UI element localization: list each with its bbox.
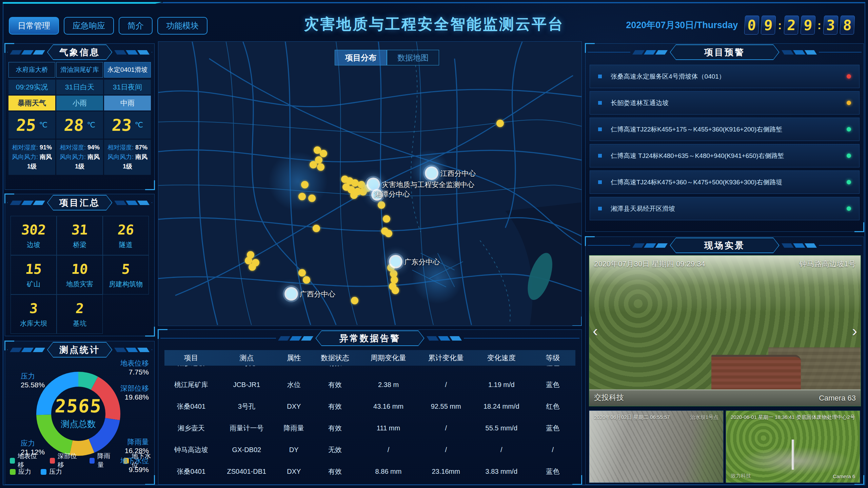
legend-item[interactable]: 降雨量 [90, 452, 114, 469]
alerts-table-body[interactable]: 湘乡边坡5号孔 DXY有效 10.12 mm15.47 5.46 mm/d橙色 … [164, 366, 575, 482]
small-camera-view-1[interactable]: 2020年06月02日 星期二 06:55:57 治水坝1号点 [589, 410, 724, 483]
legend-item[interactable]: 深部位移 [50, 452, 80, 469]
status-dot-icon [847, 180, 851, 184]
map-tab-project-distribution[interactable]: 项目分布 [335, 50, 387, 65]
center-marker-guangdong[interactable]: 广东分中心 [391, 257, 401, 267]
project-dot[interactable] [308, 195, 316, 202]
clock-digit: 0 [744, 16, 760, 35]
summary-item-building: 5房建构筑物 [103, 255, 149, 294]
project-warnings-panel: 项目预警 张桑高速永定服务区4号滑坡体（0401） 长韶娄道林互通边坡 仁博高速… [585, 43, 864, 232]
project-dot[interactable] [392, 287, 399, 294]
small-camera-view-2[interactable]: 2020-06-01 星期一 18:36:41 娄底固体废物处理中心2号 致力科… [726, 410, 860, 483]
monitoring-pole-shape [792, 440, 794, 470]
warning-list-item[interactable]: 仁博高速 TJ24标K480+635～K480+940(K941+650)右侧路… [590, 144, 860, 167]
table-row[interactable]: 桃江尾矿库JCB-JR1 水位有效 2.38 m/ 1.19 m/d蓝色 [164, 374, 575, 395]
warning-list-item[interactable]: 湘潭县天易经开区滑坡 [590, 197, 860, 220]
warning-list-item[interactable]: 长韶娄道林互通边坡 [590, 91, 860, 115]
map-tab-data-map[interactable]: 数据地图 [387, 50, 439, 65]
weather-tab-yongding0401[interactable]: 永定0401滑坡 [104, 62, 151, 78]
bullet-icon [598, 180, 602, 184]
warnings-panel-title: 项目预警 [670, 45, 778, 59]
weather-col-now: 09:29实况 暴雨天气 25℃ 相对湿度: 91% 风向风力: 南风1级 [8, 80, 55, 175]
project-dot[interactable] [378, 201, 385, 209]
camera-name: 治水坝1号点 [690, 414, 718, 421]
project-dot[interactable] [301, 181, 309, 188]
status-dot-icon [847, 101, 851, 105]
table-row[interactable]: 湘乡壶天雨量计一号 降雨量有效 111 mm/ 55.5 mm/d蓝色 [164, 417, 575, 439]
warning-list-item[interactable]: 仁博高速TJ24标K475+360～K475+500(K936+300)右侧路堤 [590, 170, 860, 194]
bullet-icon [598, 127, 602, 131]
center-marker-hq[interactable]: 灾害地质与工程安全监测中心 湘潭分中心 [368, 179, 378, 189]
project-dot[interactable] [313, 225, 320, 232]
main-camera-view[interactable]: 2020年07月30日 星期四 09:29:34 钟马路高边坡1号 交投科技 C… [589, 255, 861, 406]
bullet-icon [598, 101, 602, 105]
donut-center-total: 2565 测点总数 [27, 395, 129, 430]
weather-time-label: 31日白天 [56, 80, 103, 95]
summary-item-tunnel: 26隧道 [103, 216, 149, 255]
project-summary-title: 项目汇总 [48, 196, 112, 210]
project-dot[interactable] [383, 215, 390, 223]
clock-digit: 9 [800, 16, 815, 35]
project-dot[interactable] [298, 193, 306, 200]
weather-temperature: 23℃ [104, 111, 151, 139]
weather-station-tabs: 水府庙大桥 滑油洞尾矿库 永定0401滑坡 [8, 62, 151, 78]
table-row[interactable]: 钟马高边坡GX-DB02 DY无效 // // [164, 439, 575, 461]
alerts-table-header: 项目测点 属性数据状态 周期变化量累计变化量 变化速度等级 [164, 350, 575, 366]
carousel-next-icon[interactable]: › [852, 322, 857, 340]
project-dot[interactable] [320, 150, 327, 157]
center-dot-icon [391, 257, 401, 267]
project-summary-grid: 302边坡 31桥梁 26隧道 15矿山 10地质灾害 5房建构筑物 3水库大坝… [11, 216, 149, 334]
project-dot[interactable] [350, 191, 358, 199]
weather-condition: 暴雨天气 [8, 96, 55, 110]
table-row[interactable]: 张桑04013号孔 DXY有效 43.16 mm92.55 mm 18.24 m… [164, 395, 575, 417]
weather-tab-huayoudong[interactable]: 滑油洞尾矿库 [56, 62, 103, 78]
weather-col-tomorrow-night: 31日夜间 中雨 23℃ 相对湿度: 87% 风向风力: 南风1级 [104, 80, 151, 175]
weather-humidity-wind: 相对湿度: 94% 风向风力: 南风1级 [56, 140, 103, 175]
alerts-panel-title: 异常数据告警 [316, 331, 423, 345]
carousel-prev-icon[interactable]: ‹ [593, 322, 598, 340]
project-dot[interactable] [310, 161, 317, 168]
project-dot[interactable] [303, 276, 310, 284]
summary-item-empty [103, 294, 149, 334]
digital-clock: 0 9 : 2 9 : 3 8 [745, 16, 854, 35]
camera-timestamp: 2020年06月02日 星期二 06:55:57 [594, 414, 670, 421]
weather-col-tomorrow-day: 31日白天 小雨 28℃ 相对湿度: 94% 风向风力: 南风1级 [56, 80, 103, 175]
center-dot-icon [286, 289, 296, 299]
weather-condition: 小雨 [56, 96, 103, 110]
weather-humidity-wind: 相对湿度: 87% 风向风力: 南风1级 [104, 140, 151, 175]
legend-item[interactable]: 应力 [10, 467, 31, 476]
summary-item-mine: 15矿山 [11, 255, 57, 294]
weather-temperature: 28℃ [56, 111, 103, 139]
weather-temperature: 25℃ [8, 111, 55, 139]
clock-digit: 2 [784, 16, 799, 35]
clock-colon: : [817, 19, 821, 32]
warning-list-item[interactable]: 仁博高速TJ22标K455+175～K455+360(K916+200)右侧路堑 [590, 118, 860, 141]
weather-tab-shuifumiao[interactable]: 水府庙大桥 [8, 62, 55, 78]
center-marker-guangxi[interactable]: 广西分中心 [286, 289, 296, 299]
table-row[interactable]: 湘乡边坡5号孔 DXY有效 10.12 mm15.47 5.46 mm/d橙色 [164, 366, 575, 374]
callout-surface-displacement: 地表位移7.75% [120, 359, 149, 377]
project-dot[interactable] [385, 230, 392, 237]
weather-time-label: 31日夜间 [104, 80, 151, 95]
table-row[interactable]: 张桑0401ZS0401-DB1 DXY有效 8.86 mm23.16mm 3.… [164, 461, 575, 482]
point-stats-panel: 测点统计 2565 测点总数 地表位移7.75% 深部位移19.68% 降雨量1… [5, 341, 155, 485]
weather-panel-title: 气象信息 [48, 45, 112, 59]
bullet-icon [598, 154, 602, 158]
donut-legend-row-2: 应力 压力 [10, 467, 62, 476]
legend-item[interactable]: 压力 [41, 467, 62, 476]
status-dot-icon [847, 206, 851, 211]
warning-list-item[interactable]: 张桑高速永定服务区4号滑坡体（0401） [590, 65, 860, 88]
camera-image-slope [589, 411, 723, 483]
clock-digit: 3 [823, 16, 839, 35]
app-header: 日常管理 应急响应 简介 功能模块 灾害地质与工程安全智能监测云平台 2020年… [9, 5, 859, 39]
callout-stress: 应力21.12% [21, 439, 45, 457]
bullet-icon [598, 75, 602, 78]
warning-list: 张桑高速永定服务区4号滑坡体（0401） 长韶娄道林互通边坡 仁博高速TJ22标… [590, 65, 860, 220]
clock-digit: 9 [761, 16, 776, 35]
summary-item-dam: 3水库大坝 [11, 294, 57, 334]
weather-time-label: 09:29实况 [8, 80, 55, 95]
abnormal-data-alerts-panel: 异常数据告警 项目测点 属性数据状态 周期变化量累计变化量 变化速度等级 湘乡边… [158, 329, 582, 485]
live-cameras-panel: 现场实景 2020年07月30日 星期四 09:29:34 钟马路高边坡1号 交… [585, 237, 864, 485]
callout-rainfall: 降雨量16.28% [125, 438, 149, 455]
center-marker-jiangxi[interactable]: 江西分中心 [427, 168, 437, 178]
